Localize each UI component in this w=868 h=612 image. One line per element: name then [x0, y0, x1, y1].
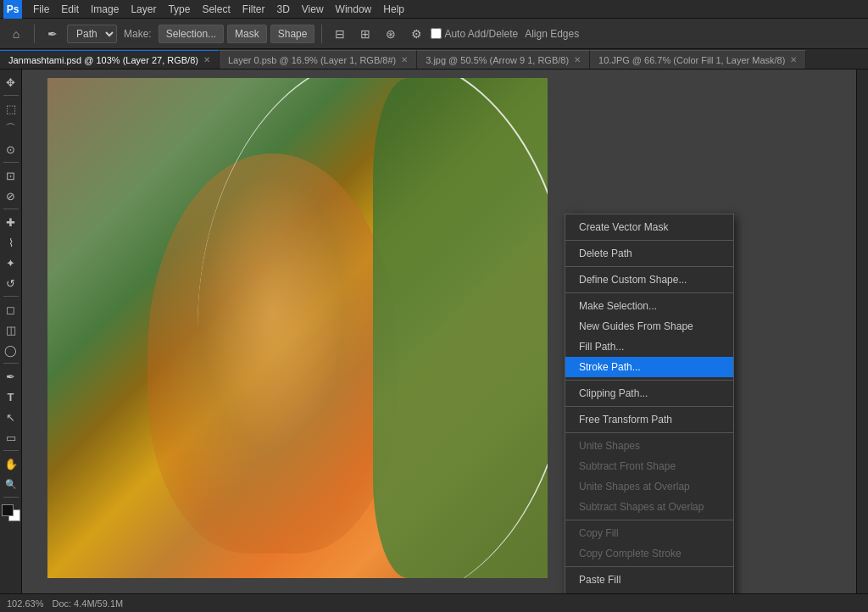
color-swatches[interactable]	[2, 504, 20, 521]
history-brush-tool[interactable]: ↺	[2, 274, 20, 292]
path-mode-dropdown[interactable]: Path	[67, 25, 117, 43]
menu-delete-path[interactable]: Delete Path	[565, 243, 733, 264]
menu-view[interactable]: View	[296, 2, 330, 17]
spot-healing-tool[interactable]: ✚	[2, 213, 20, 231]
menu-subtract-front-shape: Subtract Front Shape	[565, 456, 733, 476]
path-distribute-icon[interactable]: ⊞	[354, 23, 376, 45]
auto-add-delete-checkbox[interactable]	[431, 28, 442, 39]
toolbar-separator-2	[321, 25, 322, 43]
menu-copy-fill: Copy Fill	[565, 523, 733, 543]
clone-stamp-tool[interactable]: ✦	[2, 253, 20, 272]
tool-separator-5	[3, 363, 19, 364]
zoom-level: 102.63%	[7, 598, 43, 609]
menu-filter[interactable]: Filter	[236, 2, 271, 17]
dodge-tool[interactable]: ◯	[2, 341, 20, 359]
auto-add-delete-checkbox-label[interactable]: Auto Add/Delete	[431, 28, 518, 40]
quick-selection-tool[interactable]: ⊙	[2, 140, 20, 159]
menu-subtract-shapes-at-overlap: Subtract Shapes at Overlap	[565, 497, 733, 517]
path-align-icon[interactable]: ⊟	[329, 23, 351, 45]
tool-separator	[3, 95, 19, 96]
menu-select[interactable]: Select	[196, 2, 236, 17]
mask-button[interactable]: Mask	[227, 25, 267, 43]
menu-help[interactable]: Help	[377, 2, 410, 17]
home-icon[interactable]: ⌂	[5, 23, 27, 45]
tool-separator-7	[3, 497, 19, 498]
tab-close-4[interactable]: ✕	[790, 55, 797, 64]
menu-unite-shapes: Unite Shapes	[565, 436, 733, 456]
eyedropper-tool[interactable]: ⊘	[2, 186, 20, 205]
path-settings-icon[interactable]: ⚙	[405, 23, 427, 45]
doc-info: Doc: 4.4M/59.1M	[52, 598, 123, 609]
ctx-sep-5	[565, 406, 733, 407]
menu-edit[interactable]: Edit	[55, 2, 85, 17]
ctx-sep-1	[565, 240, 733, 241]
tool-separator-2	[3, 162, 19, 163]
menu-clipping-path[interactable]: Clipping Path...	[565, 383, 733, 403]
menu-image[interactable]: Image	[85, 2, 125, 17]
main-area: ✥ ⬚ ⌒ ⊙ ⊡ ⊘ ✚ ⌇ ✦ ↺ ◻ ◫ ◯ ✒ T ↖ ▭ ✋ 🔍	[0, 70, 868, 593]
menu-stroke-path[interactable]: Stroke Path...	[565, 357, 733, 377]
menu-type[interactable]: Type	[162, 2, 196, 17]
menu-layer[interactable]: Layer	[125, 2, 162, 17]
selection-button[interactable]: Selection...	[159, 25, 224, 43]
lasso-tool[interactable]: ⌒	[2, 120, 20, 138]
path-arc	[198, 78, 548, 578]
path-arrange-icon[interactable]: ⊛	[380, 23, 402, 45]
menu-define-custom-shape[interactable]: Define Custom Shape...	[565, 270, 733, 290]
ctx-sep-4	[565, 380, 733, 381]
menu-free-transform-path[interactable]: Free Transform Path	[565, 409, 733, 430]
menu-new-guides-from-shape[interactable]: New Guides From Shape	[565, 316, 733, 337]
options-toolbar: ⌂ ✒ Path Make: Selection... Mask Shape ⊟…	[0, 19, 868, 49]
right-scrollbar[interactable]	[856, 70, 868, 593]
tab-janmashtami[interactable]: Janmashtami.psd @ 103% (Layer 27, RGB/8)…	[0, 50, 220, 69]
move-tool[interactable]: ✥	[2, 73, 20, 92]
tool-separator-4	[3, 296, 19, 297]
ctx-sep-3	[565, 292, 733, 293]
canvas-content	[47, 78, 548, 578]
gradient-tool[interactable]: ◫	[2, 320, 20, 339]
menu-make-selection[interactable]: Make Selection...	[565, 296, 733, 316]
tab-10jpg[interactable]: 10.JPG @ 66.7% (Color Fill 1, Layer Mask…	[590, 50, 806, 69]
toolbar-separator-1	[34, 25, 35, 43]
align-edges-label: Align Edges	[521, 28, 582, 40]
ctx-sep-2	[565, 266, 733, 267]
rectangle-tool[interactable]: ▭	[2, 428, 20, 447]
menu-copy-complete-stroke: Copy Complete Stroke	[565, 543, 733, 564]
crop-tool[interactable]: ⊡	[2, 166, 20, 185]
ctx-sep-7	[565, 520, 733, 520]
menu-bar: Ps File Edit Image Layer Type Select Fil…	[0, 0, 868, 19]
hand-tool[interactable]: ✋	[2, 454, 20, 473]
menu-unite-shapes-at-overlap: Unite Shapes at Overlap	[565, 476, 733, 497]
shape-button[interactable]: Shape	[270, 25, 315, 43]
tool-separator-3	[3, 209, 19, 209]
path-selection-tool[interactable]: ↖	[2, 408, 20, 426]
menu-paste-complete-stroke[interactable]: Paste Complete Stroke	[565, 590, 733, 593]
menu-paste-fill[interactable]: Paste Fill	[565, 570, 733, 590]
zoom-tool[interactable]: 🔍	[2, 475, 20, 493]
tab-layer0[interactable]: Layer 0.psb @ 16.9% (Layer 1, RGB/8#) ✕	[220, 50, 417, 69]
tab-close-3[interactable]: ✕	[574, 55, 581, 64]
image-content	[47, 78, 548, 578]
pen-tool[interactable]: ✒	[2, 367, 20, 386]
tab-3jpg[interactable]: 3.jpg @ 50.5% (Arrow 9 1, RGB/8) ✕	[417, 50, 590, 69]
foreground-color[interactable]	[2, 504, 14, 516]
menu-fill-path[interactable]: Fill Path...	[565, 337, 733, 357]
brush-tool[interactable]: ⌇	[2, 233, 20, 252]
ctx-sep-6	[565, 432, 733, 433]
make-label: Make:	[120, 28, 155, 40]
menu-window[interactable]: Window	[330, 2, 378, 17]
menu-3d[interactable]: 3D	[270, 2, 295, 17]
type-tool[interactable]: T	[2, 387, 20, 406]
canvas-area[interactable]: Create Vector Mask Delete Path Define Cu…	[22, 70, 856, 593]
eraser-tool[interactable]: ◻	[2, 300, 20, 319]
tab-close-1[interactable]: ✕	[203, 55, 210, 64]
tab-close-2[interactable]: ✕	[401, 55, 408, 64]
left-toolbox: ✥ ⬚ ⌒ ⊙ ⊡ ⊘ ✚ ⌇ ✦ ↺ ◻ ◫ ◯ ✒ T ↖ ▭ ✋ 🔍	[0, 70, 22, 593]
rectangular-marquee-tool[interactable]: ⬚	[2, 99, 20, 118]
pen-tool-icon[interactable]: ✒	[42, 23, 64, 45]
menu-file[interactable]: File	[27, 2, 55, 17]
menu-create-vector-mask[interactable]: Create Vector Mask	[565, 217, 733, 237]
context-menu: Create Vector Mask Delete Path Define Cu…	[565, 214, 734, 593]
tabs-bar: Janmashtami.psd @ 103% (Layer 27, RGB/8)…	[0, 49, 868, 70]
ctx-sep-8	[565, 566, 733, 567]
